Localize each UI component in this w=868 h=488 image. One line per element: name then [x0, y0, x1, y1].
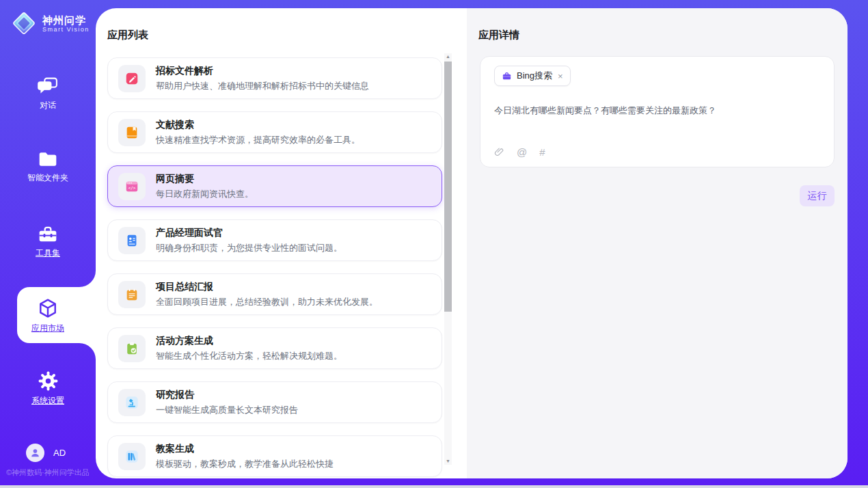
mention-icon[interactable]: @	[517, 146, 527, 158]
app-card-pm-interviewer[interactable]: 产品经理面试官 明确身份和职责，为您提供专业性的面试问题。	[107, 219, 442, 261]
app-desc: 智能生成个性化活动方案，轻松解决规划难题。	[156, 350, 342, 362]
folder-icon	[38, 150, 58, 168]
hash-icon[interactable]: #	[539, 146, 545, 158]
app-name: 招标文件解析	[156, 65, 369, 77]
app-desc: 明确身份和职责，为您提供专业性的面试问题。	[156, 242, 342, 254]
app-card-literature-search[interactable]: 文献搜索 快速精准查找学术资源，提高研究效率的必备工具。	[107, 111, 442, 153]
scrollbar-thumb[interactable]	[444, 62, 452, 312]
scroll-down-icon[interactable]: ▼	[446, 458, 450, 465]
resume-icon	[118, 227, 146, 254]
prompt-input-card: Bing搜索 × 今日湖北有哪些新闻要点？有哪些需要关注的最新政策？ @ #	[480, 56, 835, 167]
sidebar-item-label: 对话	[40, 101, 56, 110]
sidebar: 神州问学 Smart Vision 对话 智能文件夹	[0, 0, 96, 488]
app-name: 文献搜索	[156, 119, 360, 131]
list-scrollbar[interactable]: ▲ ▼	[444, 53, 452, 465]
app-name: 研究报告	[156, 389, 298, 401]
toolbox-icon	[38, 226, 58, 243]
app-name: 项目总结汇报	[156, 281, 378, 293]
briefcase-icon	[502, 71, 512, 81]
app-desc: 全面回顾项目进展，总结经验教训，助力未来优化发展。	[156, 296, 378, 308]
run-button[interactable]: 运行	[800, 185, 835, 206]
bubble-curve-bottom	[79, 343, 96, 360]
app-desc: 快速精准查找学术资源，提高研究效率的必备工具。	[156, 134, 360, 146]
query-input[interactable]: 今日湖北有哪些新闻要点？有哪些需要关注的最新政策？	[494, 104, 820, 117]
gear-icon	[38, 371, 58, 391]
app-card-research-report[interactable]: 研究报告 一键智能生成高质量长文本研究报告	[107, 381, 442, 423]
avatar	[26, 444, 44, 462]
app-name: 活动方案生成	[156, 335, 342, 347]
sidebar-item-label: 应用市场	[31, 324, 64, 333]
attachment-toolbar: @ #	[494, 146, 545, 158]
sidebar-item-label: 智能文件夹	[27, 174, 68, 182]
app-name: 网页摘要	[156, 173, 254, 185]
brand-name: 神州问学	[42, 14, 90, 26]
chip-close-icon[interactable]: ×	[558, 71, 563, 81]
copyright-footer: ©神州数码·神州问学出品	[6, 467, 102, 478]
tool-chip-label: Bing搜索	[517, 70, 552, 82]
book-icon	[118, 119, 146, 146]
sidebar-item-system-settings[interactable]: 系统设置	[0, 371, 96, 405]
app-name: 教案生成	[156, 443, 334, 455]
sidebar-item-label: 工具集	[36, 249, 60, 258]
cube-icon	[38, 298, 57, 318]
app-card-lesson-plan[interactable]: 教案生成 模板驱动，教案秒成，教学准备从此轻松快捷	[107, 435, 442, 477]
app-list-title: 应用列表	[107, 29, 148, 42]
app-card-activity-plan[interactable]: 活动方案生成 智能生成个性化活动方案，轻松解决规划难题。	[107, 327, 442, 369]
user-account[interactable]: AD	[26, 444, 66, 462]
sidebar-item-app-market[interactable]: 应用市场	[0, 298, 96, 333]
svg-text:</>: </>	[128, 186, 136, 190]
app-list-panel: 应用列表 招标文件解析 帮助用户快速、准确地理解和解析招标书中的关键信息	[96, 8, 467, 478]
app-name: 产品经理面试官	[156, 227, 342, 239]
app-card-web-summary[interactable]: </> 网页摘要 每日政府新闻资讯快查。	[107, 165, 442, 207]
clipboard-check-icon	[118, 335, 146, 362]
web-code-icon: </>	[118, 173, 146, 200]
sidebar-item-label: 系统设置	[31, 396, 64, 405]
sidebar-item-smart-folder[interactable]: 智能文件夹	[0, 150, 96, 182]
microscope-icon	[118, 389, 146, 416]
books-icon	[118, 443, 146, 470]
gem-logo-icon	[11, 10, 37, 36]
app-card-bid-analysis[interactable]: 招标文件解析 帮助用户快速、准确地理解和解析招标书中的关键信息	[107, 57, 442, 99]
bubble-curve-top	[79, 271, 96, 287]
app-detail-panel: 应用详情 Bing搜索 × 今日湖北有哪些新闻要点？有哪些需要关注的最新政策？	[467, 8, 847, 478]
tool-chip-bing-search[interactable]: Bing搜索 ×	[494, 66, 571, 86]
app-desc: 一键智能生成高质量长文本研究报告	[156, 404, 298, 416]
notepad-icon	[118, 281, 146, 308]
chat-bubble-icon	[38, 77, 59, 96]
scroll-up-icon[interactable]: ▲	[446, 53, 450, 60]
sidebar-item-chat[interactable]: 对话	[0, 77, 96, 110]
app-desc: 帮助用户快速、准确地理解和解析招标书中的关键信息	[156, 80, 369, 92]
app-desc: 模板驱动，教案秒成，教学准备从此轻松快捷	[156, 458, 334, 470]
app-card-project-summary[interactable]: 项目总结汇报 全面回顾项目进展，总结经验教训，助力未来优化发展。	[107, 273, 442, 315]
sidebar-item-toolset[interactable]: 工具集	[0, 226, 96, 258]
app-card-list: 招标文件解析 帮助用户快速、准确地理解和解析招标书中的关键信息 文献搜索 快速精…	[107, 57, 442, 477]
brand-subtitle: Smart Vision	[42, 26, 90, 33]
edit-square-icon	[118, 65, 146, 92]
app-desc: 每日政府新闻资讯快查。	[156, 188, 254, 200]
app-detail-title: 应用详情	[478, 29, 519, 42]
paperclip-icon[interactable]	[494, 147, 504, 157]
user-initials: AD	[53, 448, 66, 458]
main-content: 应用列表 招标文件解析 帮助用户快速、准确地理解和解析招标书中的关键信息	[96, 8, 847, 478]
bottom-edge-strip	[0, 485, 868, 488]
brand-logo: 神州问学 Smart Vision	[11, 10, 90, 36]
